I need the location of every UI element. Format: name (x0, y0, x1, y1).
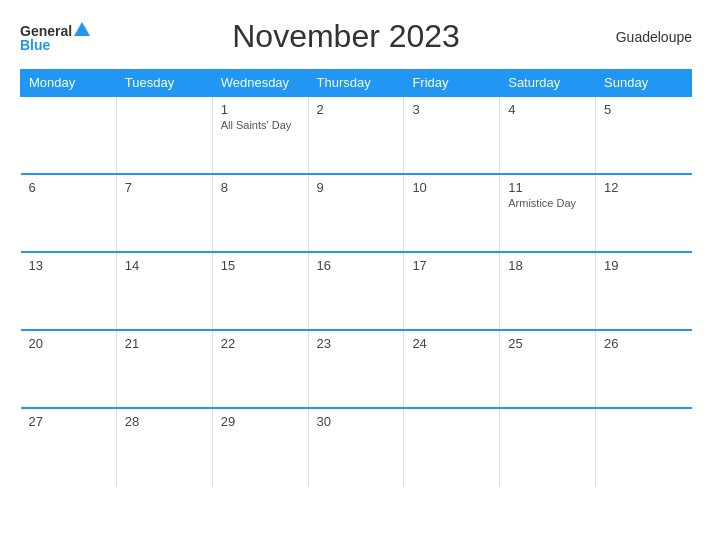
day-number: 16 (317, 258, 396, 273)
calendar-week-row: 67891011Armistice Day12 (21, 174, 692, 252)
logo-general: General (20, 24, 72, 38)
calendar-cell: 24 (404, 330, 500, 408)
calendar-cell: 5 (596, 96, 692, 174)
day-number: 18 (508, 258, 587, 273)
logo-triangle-icon (74, 22, 90, 36)
calendar-cell: 9 (308, 174, 404, 252)
header-sunday: Sunday (596, 70, 692, 97)
day-number: 4 (508, 102, 587, 117)
calendar-week-row: 20212223242526 (21, 330, 692, 408)
day-number: 3 (412, 102, 491, 117)
day-number: 2 (317, 102, 396, 117)
day-number: 24 (412, 336, 491, 351)
calendar-cell: 29 (212, 408, 308, 486)
day-number: 8 (221, 180, 300, 195)
header-saturday: Saturday (500, 70, 596, 97)
holiday-label: Armistice Day (508, 197, 587, 209)
calendar-table: Monday Tuesday Wednesday Thursday Friday… (20, 69, 692, 486)
calendar-week-row: 27282930 (21, 408, 692, 486)
calendar-cell: 18 (500, 252, 596, 330)
calendar-cell: 25 (500, 330, 596, 408)
calendar-cell: 3 (404, 96, 500, 174)
calendar-cell: 13 (21, 252, 117, 330)
calendar-cell: 16 (308, 252, 404, 330)
calendar-cell (596, 408, 692, 486)
calendar-cell: 10 (404, 174, 500, 252)
day-number: 13 (29, 258, 108, 273)
weekday-header-row: Monday Tuesday Wednesday Thursday Friday… (21, 70, 692, 97)
holiday-label: All Saints' Day (221, 119, 300, 131)
calendar-cell: 26 (596, 330, 692, 408)
header-friday: Friday (404, 70, 500, 97)
calendar-cell: 4 (500, 96, 596, 174)
calendar-page: General Blue November 2023 Guadeloupe Mo… (0, 0, 712, 550)
calendar-cell: 28 (116, 408, 212, 486)
day-number: 15 (221, 258, 300, 273)
day-number: 6 (29, 180, 108, 195)
header-wednesday: Wednesday (212, 70, 308, 97)
header: General Blue November 2023 Guadeloupe (20, 18, 692, 55)
calendar-cell: 19 (596, 252, 692, 330)
calendar-cell (404, 408, 500, 486)
day-number: 22 (221, 336, 300, 351)
calendar-cell: 20 (21, 330, 117, 408)
calendar-cell: 11Armistice Day (500, 174, 596, 252)
calendar-title: November 2023 (90, 18, 602, 55)
day-number: 23 (317, 336, 396, 351)
calendar-week-row: 13141516171819 (21, 252, 692, 330)
calendar-cell (116, 96, 212, 174)
header-monday: Monday (21, 70, 117, 97)
day-number: 11 (508, 180, 587, 195)
calendar-cell: 30 (308, 408, 404, 486)
calendar-cell: 27 (21, 408, 117, 486)
calendar-cell: 2 (308, 96, 404, 174)
day-number: 7 (125, 180, 204, 195)
logo: General Blue (20, 22, 90, 52)
calendar-cell: 21 (116, 330, 212, 408)
day-number: 25 (508, 336, 587, 351)
day-number: 19 (604, 258, 683, 273)
day-number: 12 (604, 180, 683, 195)
calendar-cell: 22 (212, 330, 308, 408)
header-tuesday: Tuesday (116, 70, 212, 97)
day-number: 5 (604, 102, 683, 117)
calendar-cell: 17 (404, 252, 500, 330)
day-number: 17 (412, 258, 491, 273)
calendar-cell: 8 (212, 174, 308, 252)
calendar-cell: 23 (308, 330, 404, 408)
day-number: 20 (29, 336, 108, 351)
calendar-cell: 7 (116, 174, 212, 252)
calendar-cell: 14 (116, 252, 212, 330)
day-number: 14 (125, 258, 204, 273)
calendar-cell: 6 (21, 174, 117, 252)
day-number: 27 (29, 414, 108, 429)
logo-blue: Blue (20, 38, 50, 52)
day-number: 10 (412, 180, 491, 195)
country-label: Guadeloupe (602, 29, 692, 45)
header-thursday: Thursday (308, 70, 404, 97)
day-number: 30 (317, 414, 396, 429)
calendar-week-row: 1All Saints' Day2345 (21, 96, 692, 174)
day-number: 1 (221, 102, 300, 117)
calendar-cell: 15 (212, 252, 308, 330)
day-number: 21 (125, 336, 204, 351)
day-number: 28 (125, 414, 204, 429)
calendar-cell (500, 408, 596, 486)
day-number: 29 (221, 414, 300, 429)
calendar-cell (21, 96, 117, 174)
day-number: 26 (604, 336, 683, 351)
calendar-cell: 1All Saints' Day (212, 96, 308, 174)
calendar-cell: 12 (596, 174, 692, 252)
day-number: 9 (317, 180, 396, 195)
